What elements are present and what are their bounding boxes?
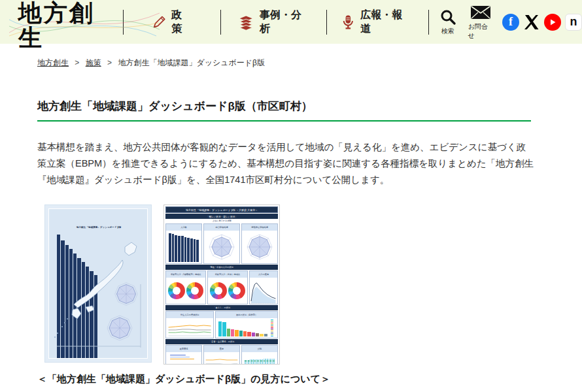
youtube-play-glyph bbox=[549, 18, 556, 26]
x-logo-glyph bbox=[524, 14, 539, 30]
howto-heading: ＜「地方創生「地域課題」ダッシュボードβ版」の見方について＞ bbox=[37, 373, 582, 385]
dashboard-subtitle-bar: 「難しい状況・厳しい状況」 bbox=[206, 215, 237, 218]
panel-title: 年齢別人口（5歳階級別）構成比 bbox=[171, 273, 201, 276]
search-label: 検索 bbox=[441, 27, 454, 36]
section-bar-1: 現在・今後の人口の状況 bbox=[210, 266, 233, 269]
expense-bar-chart bbox=[216, 318, 270, 338]
panel-title: 歳出の状況（目的別） bbox=[236, 314, 257, 316]
donut-chart bbox=[168, 282, 185, 299]
expense-legend bbox=[270, 318, 277, 338]
page-title: 地方創生「地域課題」ダッシュボードβ版（市区町村） bbox=[37, 99, 531, 122]
site-logo[interactable]: 内閣官房・内閣府総合サイト 地方創生 bbox=[18, 0, 115, 50]
header-divider bbox=[326, 10, 327, 35]
microphone-icon bbox=[341, 14, 356, 31]
cover-radar-chart-2 bbox=[105, 314, 134, 342]
contact-label: お問合せ bbox=[468, 22, 493, 41]
search-button[interactable]: 検索 bbox=[439, 8, 456, 36]
search-icon bbox=[439, 8, 456, 25]
breadcrumb-policy-link[interactable]: 施策 bbox=[86, 58, 101, 67]
nav-item-policy[interactable]: 政策 bbox=[151, 8, 192, 36]
breadcrumb-separator: > bbox=[75, 58, 79, 67]
medical-panel: 医療 bbox=[203, 345, 240, 365]
population-bar-chart bbox=[166, 231, 201, 263]
section-bar-3: 「若者・生活環境」の状況 bbox=[209, 340, 234, 343]
panel-title: 雇用環境 bbox=[180, 348, 188, 350]
radar-panel-2: 情報的な評価指標 bbox=[241, 223, 278, 264]
panel-title: 情報的な評価指標 bbox=[251, 226, 268, 229]
medical-line-chart bbox=[204, 352, 239, 365]
breadcrumb-current: 地方創生「地域課題」ダッシュボードβ版 bbox=[118, 58, 265, 67]
panel-title: 総合評価指標 bbox=[215, 226, 228, 229]
panel-title: 年齢別人口（将来）構成比 bbox=[215, 273, 240, 276]
employment-hbar-chart bbox=[166, 352, 201, 365]
nursing-bar-chart bbox=[242, 352, 277, 365]
migration-line-chart bbox=[166, 318, 213, 338]
main-content: 地方創生 > 施策 > 地方創生「地域課題」ダッシュボードβ版 地方創生「地域課… bbox=[0, 57, 582, 392]
contact-button[interactable]: お問合せ bbox=[468, 4, 493, 41]
dashboard-radar-chart-2 bbox=[245, 233, 274, 261]
age-donut-panel-1: 年齢別人口（5歳階級別）構成比 bbox=[165, 270, 206, 304]
nav-label-cases: 事例・分析 bbox=[260, 8, 309, 36]
header-divider bbox=[428, 10, 429, 35]
cover-radar-chart-1 bbox=[113, 281, 139, 307]
donut-chart bbox=[210, 282, 227, 299]
dashboard-radar-chart-1 bbox=[207, 233, 236, 261]
dashboard-title-bar: 地方創生「地域課題」ダッシュボード β版 ～大阪府 大東市～ bbox=[186, 208, 258, 212]
donut-chart bbox=[228, 282, 245, 299]
migration-line-panel: 常住人口の増減状況 bbox=[165, 311, 214, 338]
panel-title: 人口数 bbox=[180, 226, 187, 229]
dashboard-preview-images: 地方創生「地域課題」ダッシュボード β版 bbox=[37, 204, 582, 365]
dashboard-image: 地方創生「地域課題」ダッシュボード β版 ～大阪府 大東市～ 「難しい状況・厳し… bbox=[163, 204, 280, 365]
breadcrumb: 地方創生 > 施策 > 地方創生「地域課題」ダッシュボードβ版 bbox=[37, 57, 582, 69]
section-bar-2: 「暮らし」の状況 bbox=[213, 306, 230, 309]
nav-item-press[interactable]: 広報・報道 bbox=[341, 8, 409, 36]
nav-item-cases[interactable]: 事例・分析 bbox=[237, 8, 309, 36]
site-logo-text: 地方創生 bbox=[18, 1, 115, 50]
nursing-trend-line bbox=[245, 361, 275, 361]
radar-panel-1: 総合評価指標 bbox=[203, 223, 240, 264]
mail-icon bbox=[470, 4, 491, 21]
cover-image: 地方創生「地域課題」ダッシュボード β版 bbox=[44, 204, 152, 363]
breadcrumb-home-link[interactable]: 地方創生 bbox=[37, 58, 69, 67]
header-divider bbox=[123, 10, 124, 35]
panel-title: 常住人口の増減状況 bbox=[180, 314, 199, 316]
youtube-icon[interactable] bbox=[544, 14, 561, 31]
books-icon bbox=[237, 14, 254, 31]
intro-paragraph: 基本構想を踏まえ、地方公共団体が客観的なデータを活用して地域の「見える化」を進め… bbox=[37, 139, 534, 188]
nav-label-policy: 政策 bbox=[171, 8, 191, 36]
employment-panel: 雇用環境 bbox=[165, 345, 202, 365]
panel-title: 人口の推移 bbox=[258, 273, 269, 276]
donut-chart bbox=[186, 282, 203, 299]
note-icon[interactable]: n bbox=[565, 14, 582, 31]
panel-title: 医療 bbox=[220, 348, 224, 350]
population-bar-panel: 人口数 bbox=[165, 223, 202, 264]
facebook-icon[interactable]: f bbox=[502, 14, 519, 31]
pencil-icon bbox=[151, 14, 167, 31]
age-donut-panel-2: 年齢別人口（将来）構成比 bbox=[207, 270, 248, 304]
nursing-panel: 介護 bbox=[241, 345, 278, 365]
expense-bar-panel: 歳出の状況（目的別） bbox=[215, 311, 278, 338]
site-header: 内閣官房・内閣府総合サイト 地方創生 政策 事例・分析 広報・報道 bbox=[0, 0, 582, 44]
header-divider bbox=[220, 10, 221, 35]
nav-label-press: 広報・報道 bbox=[360, 8, 410, 36]
breadcrumb-separator: > bbox=[107, 58, 112, 67]
x-icon[interactable] bbox=[523, 14, 540, 31]
social-links: f n bbox=[502, 14, 582, 31]
population-trend-chart bbox=[250, 278, 277, 304]
dashboard-caption: 上位に表示する状態 bbox=[212, 220, 231, 222]
population-trend-panel: 人口の推移 bbox=[249, 270, 278, 304]
panel-title: 介護 bbox=[258, 348, 262, 350]
